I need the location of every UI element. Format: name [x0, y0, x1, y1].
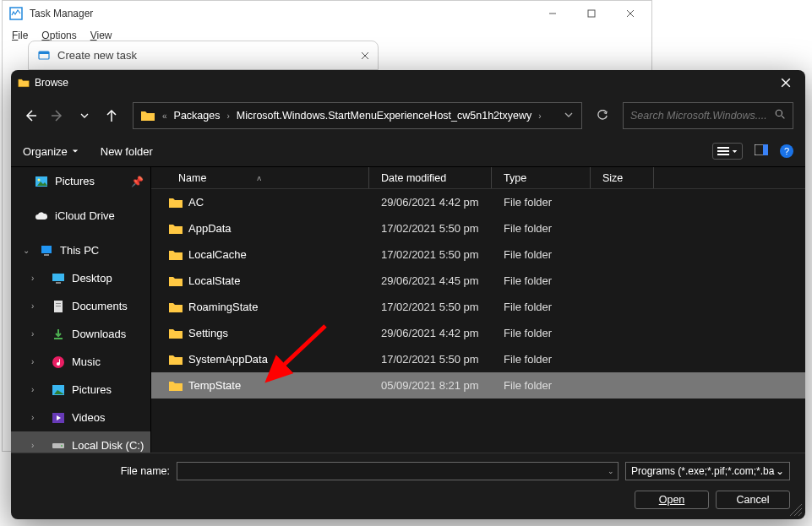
maximize-button[interactable] — [572, 1, 611, 26]
preview-pane-button[interactable] — [755, 144, 768, 158]
nav-local-disk[interactable]: ›Local Disk (C:) — [11, 431, 150, 453]
help-button[interactable]: ? — [780, 144, 793, 158]
svg-point-11 — [776, 110, 782, 116]
cloud-icon — [35, 209, 48, 223]
chevron-right-icon: › — [31, 441, 41, 450]
file-row[interactable]: LocalCache 17/02/2021 5:50 pm File folde… — [151, 241, 805, 268]
nav-icloud[interactable]: iCloud Drive — [11, 202, 150, 230]
file-date: 17/02/2021 5:50 pm — [369, 353, 492, 366]
file-name: LocalCache — [188, 248, 247, 261]
chevron-right-icon: › — [226, 111, 229, 121]
chevron-right-icon: › — [31, 301, 41, 311]
run-icon — [37, 49, 51, 62]
folder-icon — [168, 380, 183, 392]
folder-icon — [168, 301, 183, 313]
chevron-down-icon — [732, 149, 738, 155]
nav-documents[interactable]: ›Documents — [11, 292, 150, 320]
minimize-button[interactable] — [533, 1, 572, 26]
file-type: File folder — [492, 379, 591, 392]
pin-icon: 📌 — [131, 176, 144, 187]
nav-desktop[interactable]: ›Desktop — [11, 264, 150, 292]
refresh-button[interactable] — [589, 102, 616, 129]
header-size[interactable]: Size — [591, 167, 654, 188]
header-date[interactable]: Date modified — [369, 167, 492, 188]
address-dropdown[interactable] — [559, 110, 578, 122]
file-type: File folder — [492, 301, 591, 313]
drive-icon — [52, 439, 65, 453]
chevron-down-icon: ⌄ — [23, 246, 33, 255]
tab-close-icon[interactable] — [361, 48, 369, 63]
nav-downloads[interactable]: ›Downloads — [11, 320, 150, 348]
header-name[interactable]: Nameʌ — [151, 167, 369, 188]
file-type-filter[interactable]: Programs (*.exe;*.pif;*.com;*.ba⌄ — [625, 462, 790, 480]
dialog-bottom: File name: ⌄ Programs (*.exe;*.pif;*.com… — [11, 453, 805, 519]
task-manager-titlebar[interactable]: Task Manager — [3, 1, 651, 26]
file-name-input[interactable]: ⌄ — [177, 462, 619, 480]
cancel-button[interactable]: Cancel — [716, 491, 790, 509]
sort-asc-icon: ʌ — [257, 174, 261, 182]
chevron-right-icon: › — [31, 329, 41, 339]
nav-videos[interactable]: ›Videos — [11, 404, 150, 431]
breadcrumb-packages[interactable]: Packages — [174, 110, 221, 122]
chevron-down-icon[interactable]: ⌄ — [608, 467, 614, 475]
address-bar[interactable]: « Packages › Microsoft.Windows.StartMenu… — [133, 102, 582, 129]
file-date: 29/06/2021 4:42 pm — [369, 327, 492, 339]
svg-rect-23 — [56, 282, 61, 284]
open-button[interactable]: Open — [635, 491, 709, 509]
new-folder-button[interactable]: New folder — [101, 145, 153, 158]
close-button[interactable] — [611, 1, 650, 26]
svg-rect-22 — [52, 274, 64, 281]
file-name: Settings — [188, 327, 228, 339]
toolbar: Organize New folder ? — [11, 136, 805, 166]
svg-rect-2 — [588, 10, 595, 17]
file-type: File folder — [492, 248, 591, 261]
file-row[interactable]: SystemAppData 17/02/2021 5:50 pm File fo… — [151, 346, 805, 372]
view-mode-button[interactable] — [712, 143, 743, 160]
file-row[interactable]: LocalState 29/06/2021 4:45 pm File folde… — [151, 268, 805, 294]
file-type: File folder — [492, 196, 591, 209]
file-row[interactable]: Settings 29/06/2021 4:42 pm File folder — [151, 320, 805, 346]
menu-file[interactable]: File — [7, 28, 33, 43]
documents-icon — [52, 300, 65, 313]
svg-rect-20 — [41, 246, 52, 253]
back-button[interactable] — [23, 108, 38, 123]
browse-dialog: Browse « Packages › Microsoft.Windows.St… — [11, 70, 805, 519]
nav-pictures-sub[interactable]: ›Pictures — [11, 376, 150, 404]
search-box[interactable] — [623, 102, 793, 129]
svg-line-12 — [782, 116, 784, 118]
tab-label: Create new task — [57, 49, 361, 62]
nav-this-pc[interactable]: ⌄ This PC — [11, 236, 150, 264]
nav-pictures[interactable]: Pictures 📌 — [11, 167, 150, 195]
folder-icon — [18, 78, 30, 88]
column-headers: Nameʌ Date modified Type Size — [151, 167, 805, 189]
file-date: 17/02/2021 5:50 pm — [369, 222, 492, 235]
header-type[interactable]: Type — [492, 167, 591, 188]
forward-button[interactable] — [50, 108, 65, 123]
up-button[interactable] — [104, 108, 119, 123]
recent-dropdown[interactable] — [77, 108, 92, 123]
navigation-pane[interactable]: Pictures 📌 iCloud Drive ⌄ This PC ›Deskt… — [11, 167, 150, 453]
browse-titlebar[interactable]: Browse — [11, 70, 805, 95]
file-row[interactable]: RoamingState 17/02/2021 5:50 pm File fol… — [151, 294, 805, 320]
file-list-pane: Nameʌ Date modified Type Size AC 29/06/2… — [150, 167, 805, 453]
svg-rect-25 — [56, 303, 61, 304]
organize-menu[interactable]: Organize — [23, 145, 79, 158]
file-rows[interactable]: AC 29/06/2021 4:42 pm File folder AppDat… — [151, 189, 805, 453]
file-row[interactable]: TempState 05/09/2021 8:21 pm File folder — [151, 372, 805, 399]
nav-music[interactable]: ›Music — [11, 348, 150, 376]
dialog-close-button[interactable] — [766, 70, 805, 95]
desktop-icon — [52, 272, 65, 285]
file-name: AC — [188, 196, 204, 209]
breadcrumb-folder[interactable]: Microsoft.Windows.StartMenuExperienceHos… — [237, 110, 531, 122]
svg-point-32 — [61, 445, 63, 447]
search-input[interactable] — [630, 110, 775, 122]
file-name: LocalState — [188, 274, 240, 287]
task-manager-title: Task Manager — [30, 8, 533, 19]
create-new-task-tab[interactable]: Create new task — [28, 41, 379, 70]
resize-grip[interactable] — [790, 504, 802, 516]
file-row[interactable]: AC 29/06/2021 4:42 pm File folder — [151, 189, 805, 215]
task-manager-icon — [9, 7, 23, 20]
file-row[interactable]: AppData 17/02/2021 5:50 pm File folder — [151, 215, 805, 241]
browse-title: Browse — [35, 77, 766, 89]
file-type: File folder — [492, 327, 591, 339]
